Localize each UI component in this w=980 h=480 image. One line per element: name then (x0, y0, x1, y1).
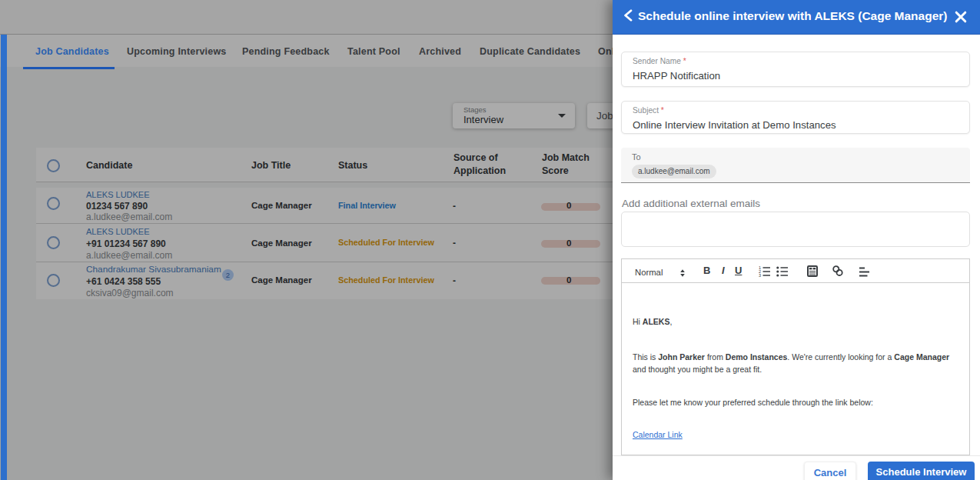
svg-text:3: 3 (759, 273, 761, 278)
